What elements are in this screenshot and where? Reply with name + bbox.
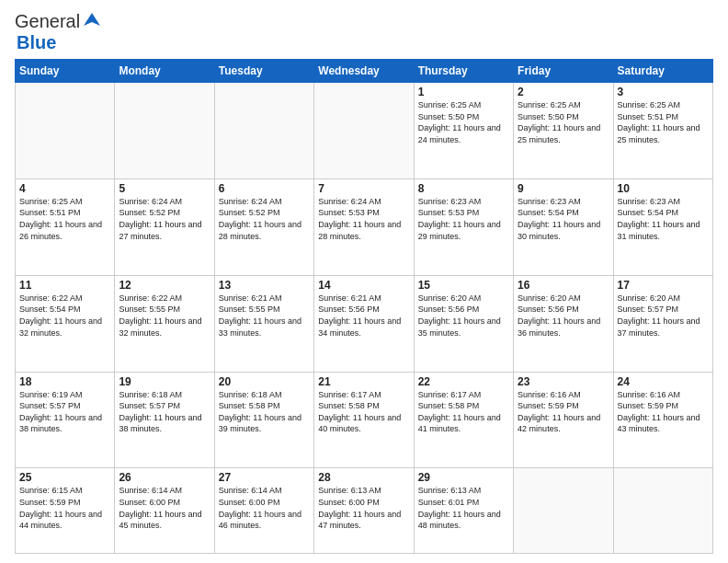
day-number: 22 [418, 375, 509, 388]
day-info: Sunrise: 6:23 AM Sunset: 5:54 PM Dayligh… [518, 196, 609, 242]
calendar-cell: 22Sunrise: 6:17 AM Sunset: 5:58 PM Dayli… [414, 372, 513, 468]
calendar-cell: 9Sunrise: 6:23 AM Sunset: 5:54 PM Daylig… [514, 178, 613, 275]
day-info: Sunrise: 6:20 AM Sunset: 5:56 PM Dayligh… [518, 293, 609, 339]
calendar-cell [613, 468, 712, 554]
day-number: 2 [518, 86, 609, 98]
day-number: 8 [418, 182, 509, 195]
calendar-table: SundayMondayTuesdayWednesdayThursdayFrid… [15, 59, 713, 554]
calendar-week-row: 4Sunrise: 6:25 AM Sunset: 5:51 PM Daylig… [16, 178, 713, 275]
day-number: 16 [518, 279, 609, 292]
day-number: 1 [418, 86, 509, 98]
calendar-cell [314, 83, 414, 179]
weekday-header: Sunday [16, 60, 115, 83]
calendar-cell: 13Sunrise: 6:21 AM Sunset: 5:55 PM Dayli… [214, 275, 313, 372]
day-number: 7 [318, 182, 409, 195]
day-info: Sunrise: 6:14 AM Sunset: 6:00 PM Dayligh… [219, 485, 310, 531]
day-number: 18 [19, 375, 110, 388]
day-number: 4 [19, 182, 110, 195]
calendar-cell: 5Sunrise: 6:24 AM Sunset: 5:52 PM Daylig… [115, 178, 214, 275]
calendar-cell: 24Sunrise: 6:16 AM Sunset: 5:59 PM Dayli… [613, 372, 712, 468]
day-info: Sunrise: 6:23 AM Sunset: 5:53 PM Dayligh… [418, 196, 509, 242]
day-number: 17 [618, 279, 709, 292]
day-number: 3 [618, 86, 709, 98]
day-info: Sunrise: 6:18 AM Sunset: 5:58 PM Dayligh… [219, 389, 310, 435]
calendar-cell [16, 83, 115, 179]
day-info: Sunrise: 6:21 AM Sunset: 5:56 PM Dayligh… [318, 293, 409, 339]
calendar-cell [514, 468, 613, 554]
calendar-cell: 14Sunrise: 6:21 AM Sunset: 5:56 PM Dayli… [314, 275, 414, 372]
day-info: Sunrise: 6:21 AM Sunset: 5:55 PM Dayligh… [219, 293, 310, 339]
day-info: Sunrise: 6:20 AM Sunset: 5:56 PM Dayligh… [418, 293, 509, 339]
calendar-cell: 8Sunrise: 6:23 AM Sunset: 5:53 PM Daylig… [414, 178, 513, 275]
day-number: 6 [219, 182, 310, 195]
weekday-header: Thursday [414, 60, 513, 83]
logo-general-text: General [15, 11, 80, 32]
day-info: Sunrise: 6:24 AM Sunset: 5:52 PM Dayligh… [119, 196, 210, 242]
day-info: Sunrise: 6:24 AM Sunset: 5:53 PM Dayligh… [318, 196, 409, 242]
day-info: Sunrise: 6:18 AM Sunset: 5:57 PM Dayligh… [119, 389, 210, 435]
calendar-cell: 18Sunrise: 6:19 AM Sunset: 5:57 PM Dayli… [16, 372, 115, 468]
calendar-cell: 1Sunrise: 6:25 AM Sunset: 5:50 PM Daylig… [414, 83, 513, 179]
day-number: 25 [19, 471, 110, 484]
day-number: 11 [19, 279, 110, 292]
calendar-cell [115, 83, 214, 179]
calendar-week-row: 18Sunrise: 6:19 AM Sunset: 5:57 PM Dayli… [16, 372, 713, 468]
calendar-cell: 29Sunrise: 6:13 AM Sunset: 6:01 PM Dayli… [414, 468, 513, 554]
logo: General Blue [15, 11, 102, 53]
calendar-cell: 23Sunrise: 6:16 AM Sunset: 5:59 PM Dayli… [514, 372, 613, 468]
day-number: 27 [219, 471, 310, 484]
calendar-cell: 20Sunrise: 6:18 AM Sunset: 5:58 PM Dayli… [214, 372, 313, 468]
day-info: Sunrise: 6:23 AM Sunset: 5:54 PM Dayligh… [618, 196, 709, 242]
calendar-cell: 27Sunrise: 6:14 AM Sunset: 6:00 PM Dayli… [214, 468, 313, 554]
weekday-header: Monday [115, 60, 214, 83]
day-info: Sunrise: 6:16 AM Sunset: 5:59 PM Dayligh… [518, 389, 609, 435]
calendar-cell: 19Sunrise: 6:18 AM Sunset: 5:57 PM Dayli… [115, 372, 214, 468]
day-number: 12 [119, 279, 210, 292]
calendar-cell: 17Sunrise: 6:20 AM Sunset: 5:57 PM Dayli… [613, 275, 712, 372]
weekday-header: Tuesday [214, 60, 313, 83]
weekday-header-row: SundayMondayTuesdayWednesdayThursdayFrid… [16, 60, 713, 83]
svg-marker-0 [84, 13, 100, 26]
day-number: 24 [618, 375, 709, 388]
day-number: 19 [119, 375, 210, 388]
day-number: 28 [318, 471, 409, 484]
day-info: Sunrise: 6:22 AM Sunset: 5:54 PM Dayligh… [19, 293, 110, 339]
calendar-cell: 12Sunrise: 6:22 AM Sunset: 5:55 PM Dayli… [115, 275, 214, 372]
day-info: Sunrise: 6:17 AM Sunset: 5:58 PM Dayligh… [418, 389, 509, 435]
day-number: 26 [119, 471, 210, 484]
page: General Blue SundayMondayTuesdayWednesda… [0, 0, 728, 563]
calendar-cell: 3Sunrise: 6:25 AM Sunset: 5:51 PM Daylig… [613, 83, 712, 179]
weekday-header: Saturday [613, 60, 712, 83]
calendar-cell: 7Sunrise: 6:24 AM Sunset: 5:53 PM Daylig… [314, 178, 414, 275]
day-info: Sunrise: 6:14 AM Sunset: 6:00 PM Dayligh… [119, 485, 210, 531]
day-number: 29 [418, 471, 509, 484]
day-info: Sunrise: 6:25 AM Sunset: 5:50 PM Dayligh… [518, 99, 609, 145]
calendar-cell: 26Sunrise: 6:14 AM Sunset: 6:00 PM Dayli… [115, 468, 214, 554]
calendar-cell: 15Sunrise: 6:20 AM Sunset: 5:56 PM Dayli… [414, 275, 513, 372]
calendar-week-row: 1Sunrise: 6:25 AM Sunset: 5:50 PM Daylig… [16, 83, 713, 179]
logo-bird-icon [82, 11, 102, 31]
calendar-cell: 11Sunrise: 6:22 AM Sunset: 5:54 PM Dayli… [16, 275, 115, 372]
day-number: 5 [119, 182, 210, 195]
day-info: Sunrise: 6:16 AM Sunset: 5:59 PM Dayligh… [618, 389, 709, 435]
day-info: Sunrise: 6:19 AM Sunset: 5:57 PM Dayligh… [19, 389, 110, 435]
calendar-cell [214, 83, 313, 179]
day-number: 9 [518, 182, 609, 195]
weekday-header: Friday [514, 60, 613, 83]
calendar-cell: 25Sunrise: 6:15 AM Sunset: 5:59 PM Dayli… [16, 468, 115, 554]
calendar-cell: 28Sunrise: 6:13 AM Sunset: 6:00 PM Dayli… [314, 468, 414, 554]
day-number: 20 [219, 375, 310, 388]
calendar-cell: 6Sunrise: 6:24 AM Sunset: 5:52 PM Daylig… [214, 178, 313, 275]
day-number: 15 [418, 279, 509, 292]
day-info: Sunrise: 6:15 AM Sunset: 5:59 PM Dayligh… [19, 485, 110, 531]
calendar-cell: 2Sunrise: 6:25 AM Sunset: 5:50 PM Daylig… [514, 83, 613, 179]
day-info: Sunrise: 6:13 AM Sunset: 6:01 PM Dayligh… [418, 485, 509, 531]
day-info: Sunrise: 6:25 AM Sunset: 5:51 PM Dayligh… [19, 196, 110, 242]
calendar-week-row: 11Sunrise: 6:22 AM Sunset: 5:54 PM Dayli… [16, 275, 713, 372]
day-info: Sunrise: 6:13 AM Sunset: 6:00 PM Dayligh… [318, 485, 409, 531]
day-info: Sunrise: 6:22 AM Sunset: 5:55 PM Dayligh… [119, 293, 210, 339]
day-info: Sunrise: 6:17 AM Sunset: 5:58 PM Dayligh… [318, 389, 409, 435]
weekday-header: Wednesday [314, 60, 414, 83]
header: General Blue [15, 11, 713, 53]
day-info: Sunrise: 6:20 AM Sunset: 5:57 PM Dayligh… [618, 293, 709, 339]
